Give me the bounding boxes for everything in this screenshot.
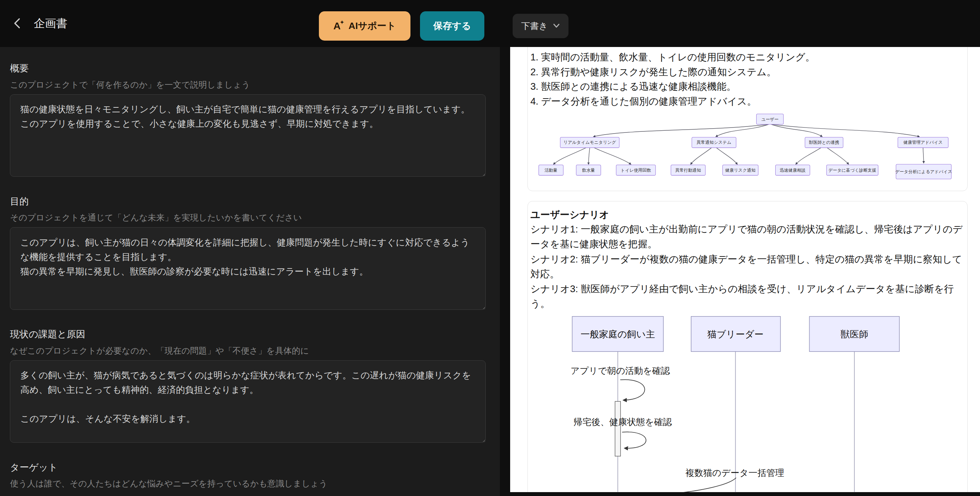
form-section-overview: 概要 このプロジェクトで「何を作るのか」を一文で説明しましょう 猫の健康状態を日… — [10, 62, 490, 177]
ai-support-label: AIサポート — [348, 19, 396, 32]
section-hint: そのプロジェクトを通じて「どんな未来」を実現したいかを書いてください — [10, 212, 490, 223]
section-label: 概要 — [10, 62, 490, 75]
self-loop-arrow — [620, 380, 645, 400]
svg-text:リアルタイムモニタリング: リアルタイムモニタリング — [563, 140, 617, 145]
flowchart-node: 健康リスク通知 — [722, 165, 758, 176]
feature-item: 2. 異常行動や健康リスクが発生した際の通知システム。 — [530, 65, 964, 79]
scenario-line: シナリオ2: 猫ブリーダーが複数の猫の健康データを一括管理し、特定の猫の異常を早… — [530, 252, 964, 282]
scenario-line: シナリオ1: 一般家庭の飼い主が出勤前にアプリで猫の朝の活動状況を確認し、帰宅後… — [530, 222, 964, 252]
flowchart-node: リアルタイムモニタリング — [560, 137, 619, 148]
section-label: ターゲット — [10, 461, 490, 474]
issues-textarea[interactable]: 多くの飼い主が、猫が病気であると気づくのは明らかな症状が表れてからです。この遅れ… — [10, 360, 485, 443]
scenario-heading: ユーザーシナリオ — [530, 208, 964, 222]
svg-text:飲水量: 飲水量 — [582, 168, 595, 173]
section-label: 目的 — [10, 195, 490, 208]
feature-item: 1. 実時間の活動量、飲水量、トイレの使用回数のモニタリング。 — [530, 50, 964, 65]
svg-text:活動量: 活動量 — [544, 168, 557, 173]
sequence-actor: 一般家庭の飼い主 — [573, 317, 663, 352]
sequence-message: 複数猫のデータ一括管理 — [686, 468, 784, 478]
features-card: 1. 実時間の活動量、飲水量、トイレの使用回数のモニタリング。 2. 異常行動や… — [528, 47, 967, 191]
message-arrow-partial — [672, 478, 736, 492]
ai-sparkle-icon: A ✦ — [333, 21, 344, 31]
back-button[interactable] — [10, 15, 25, 32]
svg-text:一般家庭の飼い主: 一般家庭の飼い主 — [581, 329, 655, 339]
svg-text:データに基づく診断支援: データに基づく診断支援 — [828, 168, 876, 173]
chevron-down-icon — [553, 24, 560, 28]
flowchart-node: 活動量 — [539, 165, 563, 176]
app-root: 企画書 A ✦ AIサポート 保存する 下書き 概要 このプロジェクトで「何を作… — [0, 0, 980, 496]
sequence-message: アプリで朝の活動を確認 — [571, 366, 670, 376]
svg-text:ユーザー: ユーザー — [761, 117, 778, 122]
section-hint: 使う人は誰で、その人たちはどんな悩みやニーズを持っているかも意識しましょう — [10, 478, 490, 490]
svg-text:異常行動通知: 異常行動通知 — [675, 168, 701, 173]
save-button[interactable]: 保存する — [420, 11, 484, 41]
flowchart-node: 健康管理アドバイス — [898, 137, 948, 148]
svg-text:獣医師との連携: 獣医師との連携 — [809, 140, 839, 145]
form-section-issues: 現状の課題と原因 なぜこのプロジェクトが必要なのか、「現在の問題」や「不便さ」を… — [10, 328, 490, 443]
draft-status-label: 下書き — [521, 20, 547, 32]
flowchart-node: 獣医師との連携 — [805, 137, 843, 148]
svg-text:迅速健康相談: 迅速健康相談 — [780, 168, 806, 173]
document-preview: 1. 実時間の活動量、飲水量、トイレの使用回数のモニタリング。 2. 異常行動や… — [510, 47, 980, 492]
feature-item: 4. データ分析を通じた個別の健康管理アドバイス。 — [530, 94, 964, 109]
section-label: 現状の課題と原因 — [10, 328, 490, 341]
ai-support-button[interactable]: A ✦ AIサポート — [319, 11, 411, 41]
planning-form-panel: 概要 このプロジェクトで「何を作るのか」を一文で説明しましょう 猫の健康状態を日… — [0, 47, 500, 496]
scenario-card: ユーザーシナリオ シナリオ1: 一般家庭の飼い主が出勤前にアプリで猫の朝の活動状… — [528, 201, 967, 492]
flowchart-node: データ分析によるアドバイス — [895, 164, 952, 179]
svg-text:健康リスク通知: 健康リスク通知 — [725, 168, 756, 173]
svg-text:猫ブリーダー: 猫ブリーダー — [708, 329, 764, 339]
sequence-actor: 猫ブリーダー — [691, 317, 781, 352]
feature-list: 1. 実時間の活動量、飲水量、トイレの使用回数のモニタリング。 2. 異常行動や… — [530, 50, 964, 109]
section-hint: このプロジェクトで「何を作るのか」を一文で説明しましょう — [10, 79, 490, 91]
svg-text:獣医師: 獣医師 — [841, 329, 868, 339]
flowchart-node: 異常通知システム — [692, 137, 736, 148]
draft-status-dropdown[interactable]: 下書き — [512, 14, 568, 38]
svg-text:健康管理アドバイス: 健康管理アドバイス — [903, 140, 943, 145]
form-section-purpose: 目的 そのプロジェクトを通じて「どんな未来」を実現したいかを書いてください この… — [10, 195, 490, 310]
svg-text:トイレ使用回数: トイレ使用回数 — [621, 168, 651, 173]
overview-textarea[interactable]: 猫の健康状態を日々モニタリングし、飼い主が自宅で簡単に猫の健康管理を行えるアプリ… — [10, 94, 485, 177]
section-hint: なぜこのプロジェクトが必要なのか、「現在の問題」や「不便さ」を具体的に — [10, 345, 490, 357]
flowchart-node: 飲水量 — [576, 165, 601, 176]
page-title: 企画書 — [33, 16, 67, 31]
scenario-line: シナリオ3: 獣医師がアプリ経由で飼い主からの相談を受け、リアルタイムデータを基… — [530, 282, 964, 311]
svg-text:異常通知システム: 異常通知システム — [697, 140, 731, 145]
sequence-activation — [615, 401, 621, 456]
purpose-textarea[interactable]: このアプリは、飼い主が猫の日々の体調変化を詳細に把握し、健康問題が発生した時にす… — [10, 227, 485, 309]
top-bar: 企画書 A ✦ AIサポート 保存する 下書き — [0, 0, 980, 47]
svg-text:データ分析によるアドバイス: データ分析によるアドバイス — [895, 169, 952, 174]
flowchart-node: 異常行動通知 — [671, 165, 705, 176]
flowchart-node: 迅速健康相談 — [776, 165, 810, 176]
preview-area: 1. 実時間の活動量、飲水量、トイレの使用回数のモニタリング。 2. 異常行動や… — [500, 47, 980, 496]
sequence-message: 帰宅後、健康状態を確認 — [573, 417, 672, 427]
flowchart-diagram: ユーザー リアルタイムモニタリング 異常通知システム 獣医師との連携 — [530, 110, 964, 187]
flowchart-node: トイレ使用回数 — [616, 165, 655, 176]
flowchart-node-root: ユーザー — [757, 114, 784, 124]
top-bar-left: 企画書 — [10, 0, 67, 47]
self-loop-arrow — [622, 432, 646, 448]
sequence-actor: 獣医師 — [810, 317, 899, 352]
form-section-target: ターゲット 使う人は誰で、その人たちはどんな悩みやニーズを持っているかも意識しま… — [10, 461, 490, 490]
flowchart-node: データに基づく診断支援 — [827, 165, 878, 176]
chevron-left-icon — [13, 17, 22, 29]
feature-item: 3. 獣医師との連携による迅速な健康相談機能。 — [530, 79, 964, 94]
sequence-diagram: 一般家庭の飼い主 猫ブリーダー 獣医師 アプリで朝の活動を確認 — [530, 313, 964, 492]
